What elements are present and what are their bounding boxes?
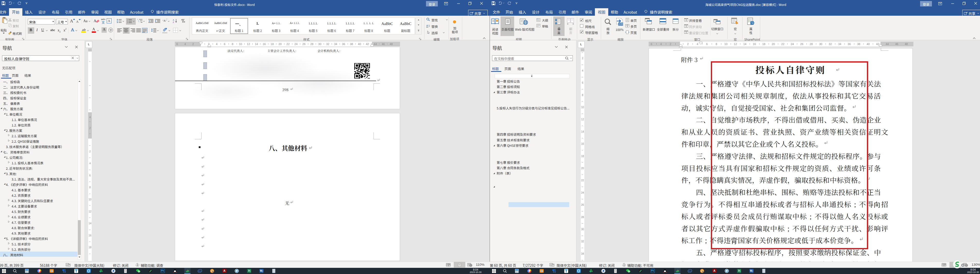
svg-text:A: A: [164, 19, 165, 22]
svg-text:xin: xin: [198, 270, 201, 272]
svg-text:字: 字: [110, 28, 112, 32]
svg-text:3: 3: [127, 22, 128, 23]
svg-text:i: i: [139, 22, 139, 23]
svg-text:xin: xin: [688, 270, 691, 272]
svg-text:Z: Z: [173, 21, 174, 23]
svg-text:A: A: [173, 19, 174, 21]
